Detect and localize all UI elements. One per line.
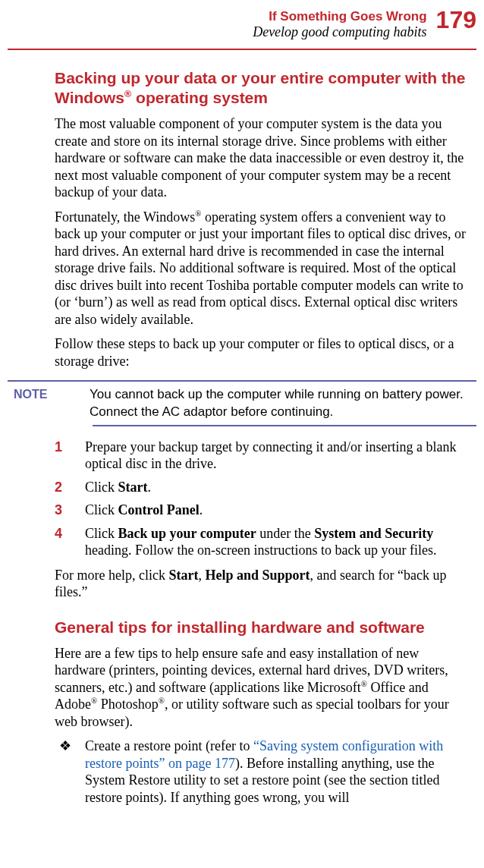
step-3: Click Control Panel. [55, 502, 472, 519]
step-1: Prepare your backup target by connecting… [55, 439, 472, 473]
paragraph-more-help: For more help, click Start, Help and Sup… [55, 567, 472, 601]
registered-icon: ® [361, 679, 367, 688]
step-4-a: Click [85, 526, 118, 541]
note-label: NOTE [8, 386, 90, 401]
note-rule-bottom [93, 425, 476, 426]
step-3-a: Click [85, 502, 118, 517]
step-1-text: Prepare your backup target by connecting… [85, 439, 457, 472]
note-text: You cannot back up the computer while ru… [90, 386, 476, 420]
registered-icon: ® [124, 89, 131, 99]
heading-line2-pre: Windows [55, 89, 124, 106]
heading-line2-post: operating system [131, 89, 268, 106]
p4-b: Start [168, 568, 198, 583]
header-text-block: If Something Goes Wrong Develop good com… [253, 9, 426, 41]
header-rule [8, 49, 476, 50]
paragraph-steps-lead: Follow these steps to back up your compu… [55, 335, 472, 370]
step-2: Click Start. [55, 479, 472, 496]
paragraph-tips-intro: Here are a few tips to help ensure safe … [55, 645, 472, 731]
p4-d: Help and Support [205, 568, 310, 583]
registered-icon: ® [91, 696, 97, 705]
steps-list: Prepare your backup target by connecting… [55, 439, 472, 559]
paragraph-windows-backup: Fortunately, the Windows® operating syst… [55, 209, 472, 329]
paragraph-intro: The most valuable component of your comp… [55, 115, 472, 201]
bullet-list: Create a restore point (refer to “Saving… [55, 737, 472, 806]
note-row: NOTE You cannot back up the computer whi… [8, 382, 476, 424]
step-4-d: System and Security [314, 526, 433, 541]
bullet-a: Create a restore point (refer to [85, 738, 253, 753]
header-chapter: If Something Goes Wrong [253, 9, 426, 24]
p4-a: For more help, click [55, 568, 168, 583]
step-3-b: Control Panel [118, 502, 200, 517]
heading-backup: Backing up your data or your entire comp… [55, 68, 472, 108]
step-2-b: Start [118, 480, 148, 495]
page-header: If Something Goes Wrong Develop good com… [8, 8, 476, 41]
heading-line1: Backing up your data or your entire comp… [55, 69, 465, 86]
heading-general-tips: General tips for installing hardware and… [55, 618, 472, 637]
page-number: 179 [436, 8, 476, 32]
content-area: Backing up your data or your entire comp… [55, 68, 472, 806]
step-3-c: . [200, 502, 203, 517]
step-4: Click Back up your computer under the Sy… [55, 525, 472, 559]
page: If Something Goes Wrong Develop good com… [0, 0, 484, 829]
step-4-b: Back up your computer [118, 526, 256, 541]
header-section: Develop good computing habits [253, 24, 426, 41]
step-4-c: under the [256, 526, 314, 541]
step-2-c: . [148, 480, 152, 495]
step-4-e: heading. Follow the on-screen instructio… [85, 542, 436, 558]
p2-part-a: Fortunately, the Windows [55, 209, 195, 225]
step-2-a: Click [85, 480, 118, 495]
note-block: NOTE You cannot back up the computer whi… [55, 380, 472, 426]
p5-c: Photoshop [97, 697, 159, 712]
p2-part-b: operating system offers a convenient way… [55, 209, 466, 327]
bullet-restore-point: Create a restore point (refer to “Saving… [55, 737, 472, 806]
registered-icon: ® [159, 696, 165, 705]
